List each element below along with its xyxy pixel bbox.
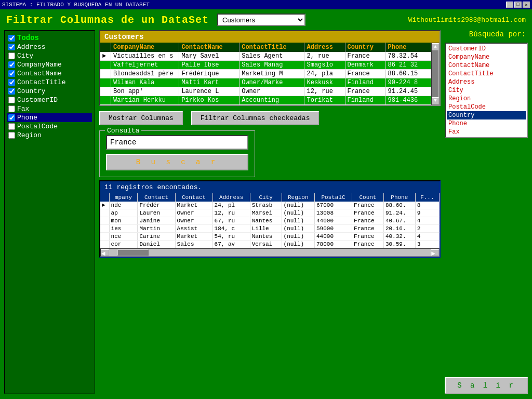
checkbox-customerid[interactable] xyxy=(8,97,15,103)
table-cell: Sales Manag xyxy=(240,61,304,70)
table-cell: Wilman Kala xyxy=(111,78,179,87)
result-cell: ► xyxy=(100,202,109,209)
page-title: Filtrar Columnas de un DataSet xyxy=(6,14,209,26)
result-cell: 4 xyxy=(415,233,439,241)
search-list-item-address[interactable]: Address xyxy=(447,78,526,86)
search-list-item-country[interactable]: Country xyxy=(447,111,526,119)
salir-button[interactable]: S a l i r xyxy=(445,377,528,394)
checkbox-item-fax[interactable]: Fax xyxy=(7,104,92,113)
filtrar-columnas-button[interactable]: Filtrar Columnas checkeadas xyxy=(191,111,320,125)
search-list-item-phone[interactable]: Phone xyxy=(447,119,526,128)
consulta-box: Consulta B u s c a r xyxy=(99,130,255,177)
search-list-item-companyname[interactable]: CompanyName xyxy=(447,53,526,61)
checkbox-address[interactable] xyxy=(8,44,15,50)
results-header: 11 registros encontados. xyxy=(100,181,440,193)
todos-checkbox[interactable] xyxy=(8,35,15,42)
table-row[interactable]: Blondesdds1 pèreFrédériqueMarketing M24,… xyxy=(100,70,431,78)
checkbox-city[interactable] xyxy=(8,52,15,59)
table-cell: 91.24.45 xyxy=(385,87,431,96)
checkbox-item-country[interactable]: Country xyxy=(7,87,92,96)
search-list: CustomerIDCompanyNameContactNameContactT… xyxy=(445,43,528,138)
close-button[interactable]: ✕ xyxy=(523,2,530,8)
results-col-contact: Contact xyxy=(175,193,212,202)
hscroll-right-arrow[interactable]: ► xyxy=(431,249,439,256)
table-row[interactable]: corDanielSales67, avVersai(null)78000Fra… xyxy=(100,241,440,248)
checkbox-label-region: Region xyxy=(17,131,42,139)
table-cell: Laurence L xyxy=(179,87,240,96)
search-list-item-postalcode[interactable]: PostalCode xyxy=(447,103,526,111)
hscroll-thumb[interactable] xyxy=(117,249,149,256)
table-row[interactable]: VaffeljernetPalle IbseSales ManagSmagslo… xyxy=(100,61,431,70)
minimize-button[interactable]: _ xyxy=(506,2,513,8)
result-cell: ies xyxy=(109,225,138,233)
checkbox-phone[interactable] xyxy=(8,114,15,121)
customers-vscroll[interactable]: ▲ ▼ xyxy=(431,43,440,105)
results-col- xyxy=(100,193,109,202)
checkbox-label-fax: Fax xyxy=(17,105,29,113)
search-list-item-city[interactable]: City xyxy=(447,86,526,95)
titlebar: SISTEMA : FILTRADO Y BUSQUEDA EN UN DATA… xyxy=(0,0,532,9)
checkbox-item-customerid[interactable]: CustomerID xyxy=(7,96,92,104)
table-row[interactable]: Bon app'Laurence LOwner12, rueFrance91.2… xyxy=(100,87,431,96)
result-cell: nde xyxy=(109,202,138,209)
scroll-up-arrow[interactable]: ▲ xyxy=(432,43,439,50)
checkbox-region[interactable] xyxy=(8,132,15,139)
checkbox-item-contacttitle[interactable]: ContactTitle xyxy=(7,78,92,87)
checkbox-item-companyname[interactable]: CompanyName xyxy=(7,60,92,69)
table-row[interactable]: ►ndeFrédérMarket24, plStrasb(null)67000F… xyxy=(100,202,440,209)
hscroll-left-arrow[interactable]: ◄ xyxy=(101,249,109,256)
consulta-legend: Consulta xyxy=(105,127,141,135)
result-cell: (null) xyxy=(282,217,314,225)
result-cell: 4 xyxy=(415,217,439,225)
search-list-item-contacttitle[interactable]: ContactTitle xyxy=(447,70,526,78)
table-cell: 88.60.15 xyxy=(385,70,431,78)
table-cell: Torikat xyxy=(304,96,345,105)
table-row[interactable]: nceCarineMarket54, ruNantes(null)44000Fr… xyxy=(100,233,440,241)
search-list-item-contactname[interactable]: ContactName xyxy=(447,61,526,70)
checkbox-item-postalcode[interactable]: PostalCode xyxy=(7,122,92,131)
results-hscroll[interactable]: ◄ ► xyxy=(100,248,440,257)
result-cell: 78000 xyxy=(314,241,352,248)
checkbox-contacttitle[interactable] xyxy=(8,79,15,86)
row-indicator xyxy=(100,96,111,105)
checkbox-contactname[interactable] xyxy=(8,70,15,77)
table-row[interactable]: Wartian HerkkuPirkko KosAccountingTorika… xyxy=(100,96,431,105)
table-row[interactable]: ►Victuailles en sMary SavelSales Agent2,… xyxy=(100,52,431,61)
checkbox-item-address[interactable]: Address xyxy=(7,43,92,51)
result-cell: cor xyxy=(109,241,138,248)
table-cell: 12, rue xyxy=(304,87,345,96)
result-cell: Owner xyxy=(175,209,212,217)
checkbox-item-phone[interactable]: Phone xyxy=(7,113,92,122)
checkbox-label-customerid: CustomerID xyxy=(17,96,58,104)
mostrar-columnas-button[interactable]: Mostrar Columnas xyxy=(99,111,183,125)
table-row[interactable]: monJanineOwner67, ruNantes(null)44000Fra… xyxy=(100,217,440,225)
table-row[interactable]: apLaurenOwner12, ruMarsei(null)13008Fran… xyxy=(100,209,440,217)
checkbox-label-companyname: CompanyName xyxy=(17,61,62,69)
table-cell: Blondesdds1 père xyxy=(111,70,179,78)
consulta-input[interactable] xyxy=(106,135,248,150)
result-cell: Lauren xyxy=(138,209,175,217)
result-cell xyxy=(100,233,109,241)
checkbox-todos[interactable]: Todos xyxy=(7,33,92,43)
table-cell: Finland xyxy=(345,78,385,87)
checkbox-item-city[interactable]: City xyxy=(7,51,92,60)
table-row[interactable]: iesMartinAssist184, cLille(null)59000Fra… xyxy=(100,225,440,233)
result-cell: ap xyxy=(109,209,138,217)
search-list-item-region[interactable]: Region xyxy=(447,95,526,103)
customers-table: CompanyNameContactNameContactTitleAddres… xyxy=(100,43,431,105)
buscar-button[interactable]: B u s c a r xyxy=(106,154,248,170)
scroll-down-arrow[interactable]: ▼ xyxy=(432,97,439,104)
checkbox-postalcode[interactable] xyxy=(8,123,15,130)
checkbox-fax[interactable] xyxy=(8,105,15,112)
checkbox-companyname[interactable] xyxy=(8,61,15,68)
checkbox-item-contactname[interactable]: ContactName xyxy=(7,69,92,78)
checkbox-country[interactable] xyxy=(8,88,15,95)
result-cell: (null) xyxy=(282,233,314,241)
table-row[interactable]: Wilman KalaMatti KartOwner/MarkeKeskuskF… xyxy=(100,78,431,87)
search-list-item-customerid[interactable]: CustomerID xyxy=(447,45,526,53)
search-list-item-fax[interactable]: Fax xyxy=(447,128,526,136)
checkbox-item-region[interactable]: Region xyxy=(7,131,92,140)
main-header: Filtrar Columnas de un DataSet Customers… xyxy=(0,9,532,30)
dataset-select[interactable]: Customers xyxy=(217,14,305,26)
maximize-button[interactable]: □ xyxy=(514,2,522,8)
